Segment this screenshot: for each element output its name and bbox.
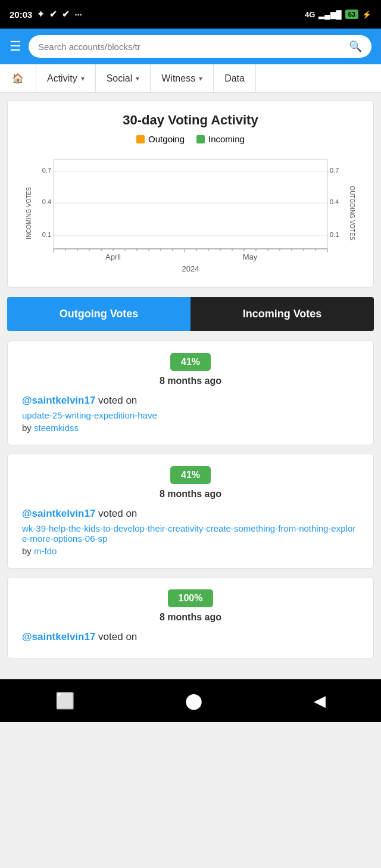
tab-data[interactable]: Data (214, 64, 256, 92)
svg-text:0.4: 0.4 (42, 198, 51, 205)
outgoing-dot (136, 135, 145, 143)
status-left: 20:03 ✦ ✔ ✔ ··· (10, 9, 82, 20)
vote-text-1: @saintkelvin17 voted on (22, 395, 359, 407)
vote-card-3: 100% 8 months ago @saintkelvin17 voted o… (7, 577, 374, 659)
legend-outgoing: Outgoing (136, 134, 185, 144)
vote-text-3: @saintkelvin17 voted on (22, 631, 359, 643)
svg-text:2024: 2024 (182, 264, 199, 273)
incoming-votes-tab[interactable]: Incoming Votes (190, 297, 374, 331)
voting-chart: INCOMING VOTES OUTGOING VOTES 0.7 0.4 0.… (17, 154, 364, 273)
search-icon[interactable]: 🔍 (349, 40, 362, 53)
data-label: Data (224, 73, 245, 84)
vote-percent-1: 41% (170, 353, 211, 371)
svg-text:0.1: 0.1 (42, 231, 51, 238)
svg-text:0.7: 0.7 (42, 167, 51, 174)
vote-author-2[interactable]: m-fdo (34, 546, 57, 556)
vote-card-2: 41% 8 months ago @saintkelvin17 voted on… (7, 454, 374, 569)
svg-text:April: April (105, 252, 121, 261)
check-icon: ✔ (49, 9, 57, 20)
by-text-1: by (22, 423, 32, 433)
top-navbar: ☰ 🔍 (0, 29, 381, 64)
vote-author-1[interactable]: steemkidss (34, 423, 79, 433)
svg-text:INCOMING VOTES: INCOMING VOTES (26, 187, 32, 239)
chart-title: 30-day Voting Activity (17, 113, 364, 128)
outgoing-tab-label: Outgoing Votes (60, 308, 139, 320)
vote-action-1: voted on (98, 395, 137, 406)
chart-card: 30-day Voting Activity Outgoing Incoming… (7, 100, 374, 288)
witness-chevron: ▾ (199, 74, 202, 83)
by-text-2: by (22, 546, 32, 556)
tab-witness[interactable]: Witness ▾ (151, 64, 214, 92)
vote-tabs-container: Outgoing Votes Incoming Votes (7, 297, 374, 331)
vote-percent-2: 41% (170, 466, 211, 484)
vote-time-2: 8 months ago (160, 489, 221, 499)
activity-label: Activity (47, 73, 77, 84)
more-icon: ··· (74, 10, 82, 20)
vote-card-1-header: 41% 8 months ago (22, 353, 359, 386)
voter-name-2[interactable]: @saintkelvin17 (22, 508, 95, 519)
search-bar[interactable]: 🔍 (29, 35, 371, 58)
vote-card-2-header: 41% 8 months ago (22, 466, 359, 499)
voter-name-1[interactable]: @saintkelvin17 (22, 395, 95, 406)
bottom-nav: ⬜ ⬤ ◀ (0, 679, 381, 722)
activity-chevron: ▾ (81, 74, 85, 83)
nav-tabs: 🏠 Activity ▾ Social ▾ Witness ▾ Data (0, 64, 381, 93)
vote-text-2: @saintkelvin17 voted on (22, 508, 359, 520)
svg-text:May: May (243, 252, 258, 261)
witness-label: Witness (161, 73, 195, 84)
social-chevron: ▾ (136, 74, 139, 83)
vote-action-3: voted on (98, 631, 137, 642)
outgoing-votes-tab[interactable]: Outgoing Votes (7, 297, 190, 331)
vote-percent-3: 100% (168, 589, 214, 607)
vote-time-3: 8 months ago (160, 612, 221, 623)
vote-link-2[interactable]: wk-39-help-the-kids-to-develop-their-cre… (22, 523, 359, 544)
chart-legend: Outgoing Incoming (17, 134, 364, 144)
outgoing-label: Outgoing (148, 134, 185, 144)
vote-by-1: by steemkidss (22, 423, 359, 433)
search-input[interactable] (38, 42, 344, 52)
home-icon: 🏠 (12, 73, 24, 84)
tab-social[interactable]: Social ▾ (96, 64, 151, 92)
time-display: 20:03 (10, 10, 32, 20)
incoming-label: Incoming (208, 134, 245, 144)
status-right: 4G ▂▄▆█ 63 ⚡ (305, 10, 371, 19)
tab-home[interactable]: 🏠 (0, 64, 36, 92)
vote-action-2: voted on (98, 508, 137, 519)
battery-display: 63 (345, 10, 358, 19)
chart-container: INCOMING VOTES OUTGOING VOTES 0.7 0.4 0.… (17, 154, 364, 275)
svg-text:0.4: 0.4 (330, 198, 339, 205)
vote-time-1: 8 months ago (160, 376, 221, 386)
vote-link-1[interactable]: update-25-writing-expedition-have (22, 410, 359, 420)
tab-activity[interactable]: Activity ▾ (36, 64, 96, 92)
main-content: 30-day Voting Activity Outgoing Incoming… (0, 93, 381, 675)
back-button[interactable]: ◀ (314, 692, 326, 710)
network-label: 4G (305, 10, 315, 19)
voter-name-3[interactable]: @saintkelvin17 (22, 631, 95, 642)
check-icon-2: ✔ (62, 9, 70, 20)
svg-text:0.7: 0.7 (330, 167, 339, 174)
vote-card-1: 41% 8 months ago @saintkelvin17 voted on… (7, 341, 374, 445)
hamburger-icon[interactable]: ☰ (10, 39, 21, 54)
square-button[interactable]: ⬜ (55, 692, 74, 710)
social-label: Social (107, 73, 133, 84)
svg-text:0.1: 0.1 (330, 231, 339, 238)
vote-card-3-header: 100% 8 months ago (22, 589, 359, 623)
vote-by-2: by m-fdo (22, 546, 359, 556)
signal-icon: ▂▄▆█ (318, 10, 341, 19)
charging-icon: ⚡ (362, 10, 371, 19)
location-icon: ✦ (37, 9, 45, 20)
circle-button[interactable]: ⬤ (185, 692, 202, 710)
incoming-dot (196, 135, 205, 143)
status-bar: 20:03 ✦ ✔ ✔ ··· 4G ▂▄▆█ 63 ⚡ (0, 0, 381, 29)
legend-incoming: Incoming (196, 134, 245, 144)
incoming-tab-label: Incoming Votes (243, 308, 322, 320)
svg-text:OUTGOING VOTES: OUTGOING VOTES (349, 186, 355, 240)
